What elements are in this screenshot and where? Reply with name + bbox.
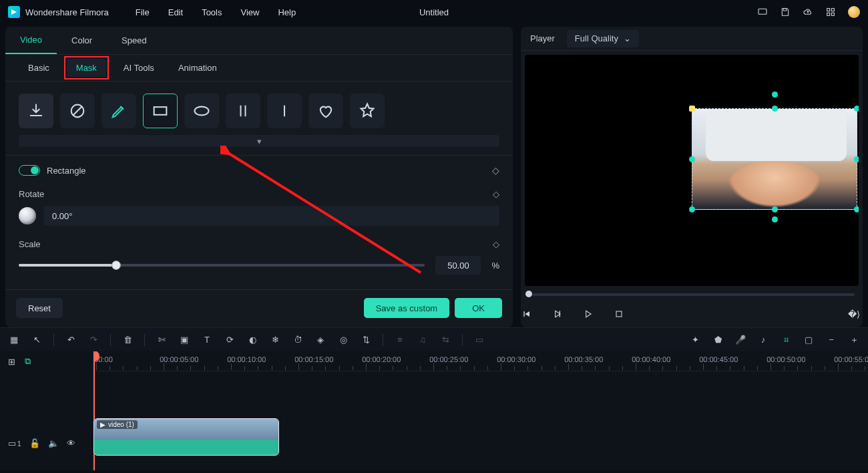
save-as-custom-button[interactable]: Save as custom — [364, 298, 450, 318]
mask-enable-toggle[interactable] — [19, 165, 40, 176]
menu-file[interactable]: File — [136, 7, 150, 17]
link-icon[interactable]: ⧉ — [25, 356, 31, 367]
mask-shape-star[interactable] — [350, 94, 385, 128]
screen-icon[interactable] — [757, 7, 768, 17]
mask-shape-heart[interactable] — [308, 94, 343, 128]
track-mute-icon[interactable]: 🔈 — [48, 438, 59, 448]
track-visibility-icon[interactable]: 👁 — [67, 438, 75, 448]
mask-shape-none[interactable] — [60, 94, 95, 128]
timeline-clip[interactable]: ▶video (1) — [93, 418, 279, 456]
menu-help[interactable]: Help — [278, 7, 296, 17]
mask-shape-rectangle[interactable] — [143, 94, 178, 128]
apps-grid-icon[interactable] — [825, 7, 836, 17]
tl-ai-icon[interactable]: ✦ — [689, 334, 701, 346]
scale-value-field[interactable]: 50.00 — [435, 256, 481, 275]
tl-detach-audio-icon[interactable]: ◎ — [337, 334, 349, 346]
tl-autoframe-icon[interactable]: ⌗ — [780, 334, 792, 346]
rotate-knob[interactable] — [19, 207, 36, 224]
prop-scale-keyframe-icon[interactable]: ◇ — [493, 239, 499, 249]
tl-freeze-icon[interactable]: ❄ — [269, 334, 281, 346]
mask-shape-import[interactable] — [19, 94, 53, 128]
tab-color[interactable]: Color — [57, 27, 107, 54]
track-lock-icon[interactable]: 🔓 — [29, 438, 40, 448]
scale-slider-thumb[interactable] — [112, 261, 121, 270]
play-icon[interactable] — [582, 308, 594, 320]
tl-pointer-icon[interactable]: ↖ — [31, 334, 43, 346]
tl-undo-icon[interactable]: ↶ — [65, 334, 77, 346]
tab-video[interactable]: Video — [5, 27, 57, 54]
tab-speed[interactable]: Speed — [107, 27, 162, 54]
preview-scrubber[interactable] — [521, 289, 863, 301]
handle-bottom-right[interactable] — [854, 206, 859, 212]
handle-bottom-left[interactable] — [689, 206, 695, 212]
rotate-value-field[interactable]: 0.00° — [44, 206, 499, 226]
stop-icon[interactable] — [613, 308, 625, 320]
menu-edit[interactable]: Edit — [168, 7, 183, 17]
handle-rotate[interactable] — [772, 92, 778, 98]
svg-rect-2 — [827, 9, 830, 11]
tl-crop-icon[interactable]: ▣ — [178, 334, 190, 346]
play-pause-icon[interactable] — [552, 308, 564, 320]
shape-picker-expand[interactable]: ▾ — [19, 135, 499, 147]
ok-button[interactable]: OK — [455, 298, 502, 318]
handle-top-left[interactable] — [689, 106, 695, 112]
subtab-mask[interactable]: Mask — [67, 59, 106, 77]
handle-top[interactable] — [772, 106, 778, 112]
handle-top-right[interactable] — [854, 106, 859, 112]
subtab-animation[interactable]: Animation — [169, 59, 226, 77]
subtab-basic[interactable]: Basic — [19, 59, 59, 77]
handle-left[interactable] — [689, 156, 695, 162]
tl-color-icon[interactable]: ◐ — [246, 334, 258, 346]
properties-footer: Reset Save as custom OK — [5, 289, 513, 327]
tl-music-icon[interactable]: ♪ — [757, 334, 769, 346]
handle-bottom[interactable] — [772, 206, 778, 212]
ruler-label: 00:00:45:00 — [699, 355, 738, 363]
subtab-ai-tools[interactable]: AI Tools — [114, 59, 164, 77]
tl-audio-mix-icon[interactable]: ♫ — [417, 334, 429, 346]
tl-speed-icon[interactable]: ⟳ — [224, 334, 236, 346]
prev-frame-icon[interactable] — [521, 308, 533, 320]
save-icon[interactable] — [780, 7, 791, 17]
scale-slider[interactable] — [19, 264, 425, 267]
prop-rotate-keyframe-icon[interactable]: ◇ — [493, 189, 499, 199]
tl-delete-icon[interactable]: 🗑 — [122, 334, 134, 346]
cloud-upload-icon[interactable] — [803, 7, 813, 17]
ruler-label: 00:00:15:00 — [294, 355, 333, 363]
reset-button[interactable]: Reset — [16, 298, 63, 318]
menu-view[interactable]: View — [240, 7, 259, 17]
tl-layout-icon[interactable]: ▦ — [8, 334, 20, 346]
snapshot-icon[interactable]: �⟩ — [848, 308, 860, 320]
tl-zoom-in-icon[interactable]: ＋ — [848, 334, 860, 346]
timeline-tracks[interactable]: 00:0000:00:05:0000:00:10:0000:00:15:0000… — [93, 351, 868, 470]
preview-stage[interactable] — [525, 55, 859, 286]
title-bar: Wondershare Filmora File Edit Tools View… — [0, 0, 868, 24]
tl-voiceover-icon[interactable]: 🎤 — [734, 334, 746, 346]
tl-redo-icon[interactable]: ↷ — [87, 334, 99, 346]
timeline-ruler[interactable]: 00:0000:00:05:0000:00:10:0000:00:15:0000… — [93, 351, 868, 371]
tl-zoom-out-icon[interactable]: − — [825, 334, 837, 346]
mask-shape-pen[interactable] — [101, 94, 136, 128]
add-track-icon[interactable]: ⊞ — [8, 357, 15, 367]
tl-keyframe-icon[interactable]: ◈ — [314, 334, 327, 346]
mask-shape-ellipse[interactable] — [184, 94, 219, 128]
tl-audio-stretch-icon[interactable]: ⇆ — [439, 334, 451, 346]
tl-text-icon[interactable]: T — [201, 334, 213, 346]
handle-feather[interactable] — [772, 216, 778, 222]
account-avatar-icon[interactable] — [848, 6, 860, 18]
menu-tools[interactable]: Tools — [202, 7, 222, 17]
tl-marker-icon[interactable]: ⬟ — [712, 334, 724, 346]
quality-select[interactable]: Full Quality ⌄ — [567, 30, 639, 47]
handle-right[interactable] — [854, 156, 859, 162]
tl-render-icon[interactable]: ▭ — [473, 334, 485, 346]
track-type-icon[interactable]: ▭1 — [8, 438, 21, 448]
tl-speedramp-icon[interactable]: ⏱ — [292, 334, 304, 346]
tl-split-icon[interactable]: ✄ — [156, 334, 168, 346]
tl-adjust-icon[interactable]: ⇅ — [360, 334, 372, 346]
mask-section-keyframe-icon[interactable]: ◇ — [492, 165, 499, 176]
timeline-toolbar: ▦ ↖ ↶ ↷ 🗑 ✄ ▣ T ⟳ ◐ ❄ ⏱ ◈ ◎ ⇅ ≡ ♫ ⇆ ▭ ✦ … — [0, 327, 868, 351]
tl-thumbnail-icon[interactable]: ▢ — [803, 334, 815, 346]
mask-shape-single-line[interactable] — [267, 94, 302, 128]
tl-audio-adjust-icon[interactable]: ≡ — [394, 334, 406, 346]
mask-shape-double-line[interactable] — [226, 94, 260, 128]
mask-bounding-box[interactable] — [692, 108, 857, 210]
